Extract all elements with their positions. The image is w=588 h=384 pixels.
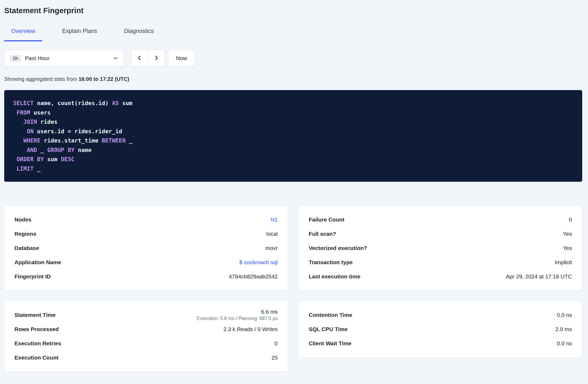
stat-row: Databasemovr: [14, 241, 278, 255]
stat-value-wrap: 25: [272, 355, 278, 361]
tab-bar: OverviewExplain PlansDiagnostics: [0, 22, 588, 41]
stat-row: Failure Count0: [309, 213, 572, 227]
time-range-label: Past Hour: [25, 55, 49, 61]
stat-label: Vectorized execution?: [309, 245, 373, 251]
tab-overview[interactable]: Overview: [4, 22, 42, 41]
stat-row: Vectorized execution?Yes: [309, 241, 572, 255]
sql-line: ON users.id = rides.rider_id: [13, 127, 573, 136]
stat-value-wrap: local: [266, 231, 278, 237]
chevron-down-icon: [113, 55, 118, 61]
page-title: Statement Fingerprint: [4, 0, 582, 15]
tab-strip: OverviewExplain PlansDiagnostics: [0, 22, 588, 41]
stat-label: Application Name: [14, 259, 67, 265]
stat-value: Implicit: [555, 259, 572, 265]
stat-value-wrap: 2.0 ms: [555, 326, 572, 332]
stat-label: Failure Count: [309, 216, 351, 223]
stat-label: Execution Count: [14, 355, 65, 361]
stat-value: Apr 29, 2024 at 17:18 UTC: [506, 273, 572, 280]
stat-value: 2.3 k Reads / 0 Writes: [223, 326, 278, 332]
stat-label: Transaction type: [309, 259, 359, 265]
stat-value: 0: [275, 340, 278, 347]
summary-cards-top: NodesN1RegionslocalDatabasemovrApplicati…: [4, 205, 582, 291]
stat-value-link[interactable]: N1: [271, 216, 278, 223]
statement-timing-card: Statement Time6.6 msExecution: 5.8 ms / …: [4, 301, 288, 372]
stat-row: Execution Count25: [14, 351, 278, 365]
tab-diagnostics[interactable]: Diagnostics: [117, 22, 161, 41]
tab-explain-plans[interactable]: Explain Plans: [55, 22, 104, 41]
stat-label: SQL CPU Time: [309, 326, 354, 332]
stat-value-wrap: Yes: [563, 245, 572, 251]
stat-row: Rows Processed2.3 k Reads / 0 Writes: [14, 322, 278, 336]
stat-label: Rows Processed: [14, 326, 65, 332]
statement-details-card: NodesN1RegionslocalDatabasemovrApplicati…: [4, 205, 288, 291]
execution-attributes-card: Failure Count0Full scan?YesVectorized ex…: [298, 205, 582, 291]
stat-label: Client Wait Time: [309, 340, 358, 347]
next-time-button[interactable]: [148, 50, 165, 66]
stat-value: 6.6 ms: [197, 309, 278, 315]
wait-time-card: Contention Time0.0 nsSQL CPU Time2.0 msC…: [298, 301, 582, 358]
prev-time-button[interactable]: [131, 50, 148, 66]
stat-row: Transaction typeImplicit: [309, 255, 572, 269]
stat-value-wrap: $ cockroach sql: [239, 259, 278, 265]
stat-row: Client Wait Time0.0 ns: [309, 336, 572, 351]
stat-subvalue: Execution: 5.8 ms / Planning: 687.5 µs: [197, 316, 278, 321]
time-range-badge: 1h: [10, 55, 21, 62]
chevron-right-icon: [153, 55, 160, 62]
stat-row: Execution Retries0: [14, 336, 278, 351]
stat-label: Execution Retries: [14, 340, 67, 347]
sql-line: FROM users: [13, 108, 573, 117]
stat-value: 25: [272, 355, 278, 361]
sql-line: SELECT name, count(rides.id) AS sum: [13, 99, 573, 108]
sql-line: ORDER BY sum DESC: [13, 155, 573, 164]
stat-row: Regionslocal: [14, 227, 278, 241]
summary-cards-bottom: Statement Time6.6 msExecution: 5.8 ms / …: [4, 301, 582, 372]
stat-value-wrap: 0: [569, 216, 572, 223]
stat-value-wrap: Apr 29, 2024 at 17:18 UTC: [506, 273, 572, 280]
chevron-left-icon: [136, 55, 143, 62]
stat-value: 0: [569, 216, 572, 223]
time-step-group: [131, 50, 165, 67]
sql-line: AND _ GROUP BY name: [13, 145, 573, 155]
sql-line: WHERE rides.start_time BETWEEN _: [13, 136, 573, 145]
stat-row: SQL CPU Time2.0 ms: [309, 322, 572, 336]
stat-value-wrap: 0.0 ns: [557, 312, 572, 318]
stat-row: Fingerprint ID4784cb829aab2542: [14, 269, 278, 284]
sql-line: LIMIT _: [13, 164, 573, 174]
stat-value-wrap: 0.0 ns: [557, 340, 572, 347]
stat-label: Full scan?: [309, 231, 342, 237]
aggregated-stats-text: Showing aggregated stats from 16:00 to 1…: [4, 76, 582, 82]
stat-label: Database: [14, 245, 45, 251]
sql-statement: SELECT name, count(rides.id) AS sum FROM…: [4, 90, 582, 182]
stat-value-wrap: 2.3 k Reads / 0 Writes: [223, 326, 278, 332]
stat-value: Yes: [563, 231, 572, 237]
stat-value-link[interactable]: $ cockroach sql: [239, 259, 278, 265]
stat-row: NodesN1: [14, 213, 278, 227]
stat-value: 0.0 ns: [557, 312, 572, 318]
stat-row: Full scan?Yes: [309, 227, 572, 241]
stat-row: Application Name$ cockroach sql: [14, 255, 278, 269]
stat-label: Last execution time: [309, 273, 367, 280]
stat-value: 0.0 ns: [557, 340, 572, 347]
stat-label: Fingerprint ID: [14, 273, 57, 280]
stat-value: Yes: [563, 245, 572, 251]
stat-value-wrap: Yes: [563, 231, 572, 237]
stat-row: Last execution timeApr 29, 2024 at 17:18…: [309, 269, 572, 284]
stat-value-wrap: movr: [265, 245, 278, 251]
stat-row: Statement Time6.6 msExecution: 5.8 ms / …: [14, 308, 278, 322]
now-button[interactable]: Now: [168, 50, 195, 67]
time-range-dropdown[interactable]: 1h Past Hour: [4, 50, 124, 67]
stat-label: Statement Time: [14, 312, 62, 318]
stat-value: local: [266, 231, 278, 237]
stat-row: Contention Time0.0 ns: [309, 308, 572, 322]
stat-value: movr: [265, 245, 278, 251]
stat-label: Contention Time: [309, 312, 358, 318]
stat-value-wrap: Implicit: [555, 259, 572, 265]
stats-time-range: 16:00 to 17:22 (UTC): [78, 76, 129, 82]
stat-value-wrap: N1: [271, 216, 278, 223]
stat-value: 2.0 ms: [555, 326, 572, 332]
stat-value: 4784cb829aab2542: [229, 273, 278, 280]
time-controls: 1h Past Hour Now: [4, 50, 582, 67]
stat-label: Regions: [14, 231, 43, 237]
stat-label: Nodes: [14, 216, 38, 223]
stat-value-wrap: 6.6 msExecution: 5.8 ms / Planning: 687.…: [197, 309, 278, 321]
